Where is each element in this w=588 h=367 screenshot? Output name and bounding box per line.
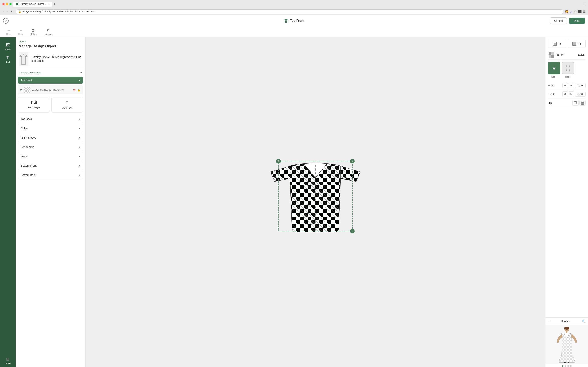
redo-label: Redo [18, 33, 23, 35]
fill-button[interactable]: Fill [568, 40, 586, 48]
tab-close-button[interactable]: × [49, 3, 50, 5]
svg-text:✎: ✎ [352, 160, 353, 162]
preview-image [546, 325, 588, 364]
none-option-label: None [551, 76, 556, 78]
back-button[interactable]: ‹ [2, 10, 5, 14]
redo-button[interactable]: ↪ Redo [15, 27, 26, 36]
left-sleeve-section: Left Sleeve ∧ [18, 143, 83, 151]
top-front-label: Top Front [21, 79, 32, 82]
delete-button[interactable]: 🗑 Delete [27, 27, 40, 36]
new-tab-button[interactable]: + [54, 2, 55, 6]
top-back-header[interactable]: Top Back ∧ [18, 115, 83, 123]
preview-zoom-in-button[interactable]: 🔍 [582, 319, 586, 323]
rotate-value-input[interactable] [575, 92, 586, 97]
preview-dot-1[interactable] [562, 365, 563, 367]
cancel-button[interactable]: Cancel [550, 17, 567, 24]
bottom-back-header[interactable]: Bottom Back ∧ [18, 171, 83, 179]
help-button[interactable]: ? [3, 18, 8, 24]
waist-header[interactable]: Waist ∧ [18, 152, 83, 160]
sidebar-item-text[interactable]: T Text [0, 53, 16, 66]
basic-star-1: ★ [565, 64, 568, 68]
forward-button[interactable]: › [6, 10, 9, 14]
layer-group-collapse-button[interactable]: − [81, 71, 82, 74]
browser-chrome: 🖨 Butterfly Sleeve Shirred High W... × +… [0, 0, 588, 15]
manage-title: Manage Design Object [19, 44, 82, 48]
scale-increase-button[interactable]: + [569, 83, 574, 88]
left-sleeve-header[interactable]: Left Sleeve ∧ [18, 143, 83, 151]
left-sidebar: 🖼 Image T Text ⊞ Layers [0, 37, 16, 367]
svg-rect-20 [554, 42, 556, 45]
default-layer-group-name: Default Layer Group [19, 71, 42, 74]
close-dot[interactable] [2, 3, 5, 5]
undo-button[interactable]: ↩ Undo [3, 27, 14, 36]
browser-menu-icon[interactable]: ☰ [583, 2, 586, 6]
pattern-row: Pattern NONE [548, 50, 586, 60]
svg-rect-26 [581, 101, 584, 103]
app: ? Top Front Cancel Done ↩ Undo ↪ Redo [0, 15, 588, 367]
sidebar-item-layers[interactable]: ⊞ Layers [0, 354, 16, 367]
pattern-value: NONE [577, 53, 585, 56]
preview-dot-3[interactable] [567, 365, 569, 367]
svg-point-33 [564, 326, 569, 330]
header-title: Top Front [290, 19, 304, 23]
preview-dot-4[interactable] [570, 365, 572, 367]
flip-horizontal-button[interactable] [572, 100, 579, 106]
collar-section: Collar ∧ [18, 124, 83, 132]
extensions-icon[interactable]: ☰ [583, 10, 586, 13]
layer-settings-icon[interactable]: ⇄ [20, 88, 23, 91]
waist-label: Waist [21, 155, 27, 158]
preview-dot-2[interactable] [565, 365, 566, 367]
duplicate-button[interactable]: ⧉ Duplicate [41, 27, 56, 36]
browser-tab[interactable]: 🖨 Butterfly Sleeve Shirred High W... × [13, 1, 52, 7]
right-panel-controls: Fit Fill [546, 37, 588, 317]
default-layer-group-header: Default Layer Group − [16, 68, 85, 77]
layer-lock-icon[interactable]: 🔒 [77, 88, 81, 91]
rotate-ccw-button[interactable]: ↺ [562, 91, 568, 97]
basic-star-4: ★ [568, 68, 571, 72]
done-button[interactable]: Done [569, 18, 585, 24]
svg-text:↻: ↻ [352, 230, 353, 232]
bottom-back-arrow: ∧ [78, 173, 80, 176]
scale-value-input[interactable] [575, 83, 586, 88]
pattern-label: Pattern [555, 53, 577, 56]
rotate-cw-button[interactable]: ↻ [569, 91, 574, 97]
sidebar-item-image[interactable]: 🖼 Image [0, 41, 16, 53]
add-image-label: Add Image [28, 106, 40, 109]
duplicate-label: Duplicate [43, 33, 52, 35]
design-canvas[interactable]: 🗑 ✎ ↻ [265, 150, 366, 255]
top-back-arrow: ∧ [78, 117, 80, 121]
minimize-dot[interactable] [6, 3, 8, 5]
tab-favicon: 🖨 [16, 3, 18, 5]
left-sleeve-arrow: ∧ [78, 145, 80, 149]
flip-vertical-button[interactable] [580, 100, 586, 106]
collar-header[interactable]: Collar ∧ [18, 125, 83, 132]
top-front-header[interactable]: Top Front ∨ [18, 77, 83, 83]
address-bar[interactable]: 🔒 printy6.com/design/butterfly-sleeve-sh… [16, 9, 563, 14]
bottom-front-header[interactable]: Bottom Front ∧ [18, 162, 83, 169]
preview-zoom-out-button[interactable]: − [548, 319, 550, 323]
maximize-dot[interactable] [9, 3, 12, 5]
add-text-label: Add Text [62, 106, 72, 109]
scale-control: Scale − + [548, 81, 586, 90]
profile-icon[interactable]: ⬛ [578, 10, 582, 13]
browser-dots [2, 3, 12, 5]
add-text-button[interactable]: T Add Text [51, 97, 83, 113]
none-star-icon: ★ [552, 66, 556, 71]
scale-decrease-button[interactable]: − [562, 83, 568, 88]
pattern-basic-option[interactable]: ★ ★ ★ ★ Basic [562, 62, 574, 78]
fit-button[interactable]: Fit [548, 40, 566, 48]
layer-item: ⇄ 511f3cb412d93054ea93347f4 🗑 🔒 [18, 85, 83, 94]
rotate-inputs: ↺ ↻ [562, 91, 586, 97]
waist-arrow: ∧ [78, 155, 80, 158]
canvas-area: 🗑 ✎ ↻ [85, 37, 545, 367]
bookmark-icon[interactable]: ☆ [574, 10, 577, 13]
top-front-section: Top Front ∨ [18, 77, 83, 83]
add-image-button[interactable]: ⬆🖼 Add Image [18, 97, 50, 113]
layer-delete-icon[interactable]: 🗑 [73, 88, 76, 91]
reload-button[interactable]: ↻ [10, 10, 14, 14]
scale-label: Scale [548, 84, 554, 87]
pattern-none-option[interactable]: ★ None [548, 62, 560, 78]
svg-rect-36 [568, 362, 569, 363]
right-sleeve-header[interactable]: Right Sleeve ∧ [18, 134, 83, 142]
basic-stars-grid: ★ ★ ★ ★ [565, 64, 571, 72]
